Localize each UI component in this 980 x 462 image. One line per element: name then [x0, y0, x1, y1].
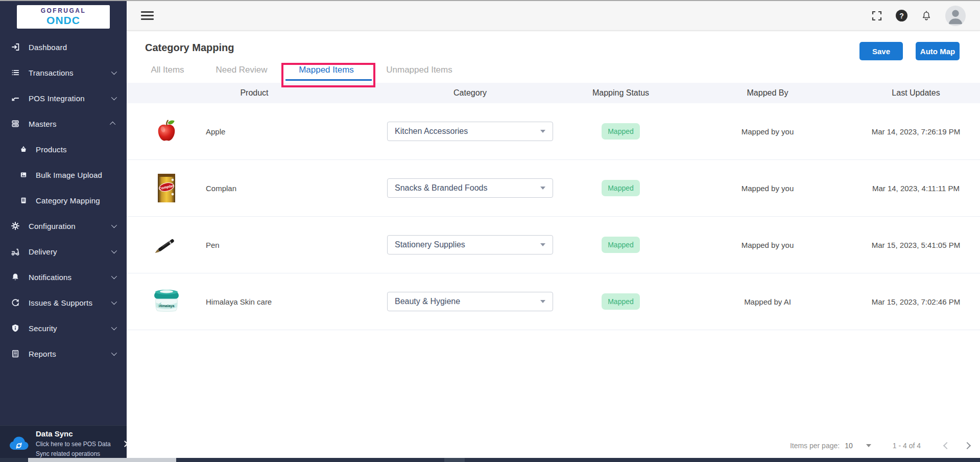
issues-supports-icon [10, 298, 20, 307]
sidebar-item-label: Bulk Image Upload [36, 171, 102, 179]
column-header-mapped-by: Mapped By [683, 88, 852, 98]
page-next-icon[interactable] [964, 442, 971, 449]
logo-text-gofrugal: GOFRUGAL [41, 8, 86, 14]
save-button[interactable]: Save [859, 42, 903, 60]
app-window: GOFRUGAL ONDC Dashboard Transactions [0, 0, 980, 462]
last-update: Mar 14, 2023, 7:26:19 PM [852, 127, 980, 136]
scrollbar-marker [444, 458, 465, 462]
reports-icon [10, 349, 20, 358]
items-per-page-label: Items per page: [790, 442, 840, 450]
sidebar-item-label: Issues & Supports [29, 298, 92, 307]
scrollbar-thumb[interactable] [28, 458, 176, 462]
horizontal-scrollbar[interactable] [0, 458, 980, 462]
sidebar-item-dashboard[interactable]: Dashboard [0, 34, 127, 60]
table-row: Complan Complan Snacks & Branded Foods M… [127, 160, 980, 217]
sidebar-item-configuration[interactable]: Configuration [0, 213, 127, 239]
mapped-by: Mapped by you [683, 241, 852, 249]
sidebar-item-security[interactable]: Security [0, 315, 127, 341]
data-sync-description: Click here to see POS Data Sync related … [36, 440, 123, 458]
sidebar-item-category-mapping[interactable]: Category Mapping [0, 188, 127, 213]
sidebar-item-products[interactable]: Products [0, 136, 127, 162]
last-update: Mar 14, 2023, 4:11:11 PM [852, 184, 980, 193]
sidebar-item-transactions[interactable]: Transactions [0, 60, 127, 85]
category-dropdown[interactable]: Snacks & Branded Foods [387, 178, 553, 198]
table-row: Apple Kitchen Accessories Mapped Mapped … [127, 103, 980, 160]
status-cell: Mapped [558, 180, 683, 196]
product-name: Pen [206, 241, 382, 249]
bell-icon[interactable] [921, 10, 932, 21]
product-name: Apple [206, 127, 382, 136]
data-sync-panel[interactable]: Data Sync Click here to see POS Data Syn… [0, 425, 127, 462]
data-sync-text: Data Sync Click here to see POS Data Syn… [36, 429, 123, 458]
avatar[interactable] [945, 6, 966, 26]
chevron-up-icon [110, 122, 115, 127]
category-mapping-icon [18, 196, 29, 204]
product-name: Himalaya Skin care [206, 297, 382, 306]
dropdown-caret-icon [540, 243, 545, 246]
table-row: Pen Stationery Supplies Mapped Mapped by… [127, 217, 980, 273]
category-dropdown[interactable]: Kitchen Accessories [387, 122, 553, 141]
tab-mapped-items[interactable]: Mapped Items [299, 63, 354, 77]
sidebar-item-label: Security [29, 324, 57, 333]
category-cell: Beauty & Hygiene [382, 292, 558, 311]
sidebar-item-label: Dashboard [29, 43, 67, 52]
sidebar-menu: Dashboard Transactions POS Integration [0, 34, 127, 366]
sidebar-item-label: Delivery [29, 247, 57, 256]
mapped-by: Mapped by you [683, 127, 852, 136]
tab-unmapped-items[interactable]: Unmapped Items [386, 63, 452, 77]
window-top-edge [0, 0, 980, 1]
hamburger-icon[interactable] [141, 11, 154, 20]
security-shield-icon [10, 324, 20, 333]
main-content: Category Mapping Save Auto Map All Items… [127, 31, 980, 462]
category-cell: Stationery Supplies [382, 235, 558, 255]
category-dropdown-value: Snacks & Branded Foods [395, 183, 487, 193]
product-name: Complan [206, 184, 382, 193]
help-icon[interactable]: ? [896, 10, 907, 21]
category-dropdown[interactable]: Beauty & Hygiene [387, 292, 553, 311]
pagination: Items per page: 10 1 - 4 of 4 [790, 437, 970, 454]
items-per-page-caret-icon[interactable] [866, 444, 871, 447]
sidebar-item-bulk-image-upload[interactable]: Bulk Image Upload [0, 162, 127, 188]
sidebar-item-delivery[interactable]: Delivery [0, 239, 127, 264]
items-per-page-value[interactable]: 10 [845, 442, 853, 450]
table-body: Apple Kitchen Accessories Mapped Mapped … [127, 103, 980, 330]
fullscreen-icon[interactable] [871, 10, 882, 21]
status-cell: Mapped [558, 237, 683, 253]
dropdown-caret-icon [540, 300, 545, 303]
logo-text-ondc: ONDC [46, 14, 80, 26]
sidebar-item-label: Category Mapping [36, 196, 100, 205]
pos-integration-icon [10, 94, 20, 103]
chevron-down-icon [111, 273, 117, 279]
tab-all-items[interactable]: All Items [151, 63, 184, 77]
column-header-product: Product [127, 88, 382, 98]
category-dropdown-value: Beauty & Hygiene [395, 297, 460, 306]
category-cell: Snacks & Branded Foods [382, 178, 558, 198]
page-prev-icon[interactable] [943, 442, 950, 449]
sidebar-item-label: Reports [29, 350, 56, 358]
category-dropdown[interactable]: Stationery Supplies [387, 235, 553, 255]
sidebar-item-reports[interactable]: Reports [0, 341, 127, 366]
gofrugal-ondc-logo: GOFRUGAL ONDC [17, 5, 110, 29]
chevron-down-icon [111, 350, 117, 356]
status-badge: Mapped [602, 180, 640, 196]
column-header-last-updates: Last Updates [852, 88, 980, 98]
sidebar-item-label: POS Integration [29, 94, 85, 103]
category-cell: Kitchen Accessories [382, 122, 558, 141]
dashboard-icon [10, 42, 20, 52]
sidebar-item-notifications[interactable]: Notifications [0, 264, 127, 290]
sidebar-item-issues-supports[interactable]: Issues & Supports [0, 290, 127, 315]
topbar: ? [127, 1, 980, 31]
last-update: Mar 15, 2023, 5:41:05 PM [852, 241, 980, 249]
auto-map-button[interactable]: Auto Map [916, 42, 960, 60]
topbar-icons: ? [871, 6, 966, 26]
chevron-down-icon [111, 299, 117, 305]
sidebar-item-pos-integration[interactable]: POS Integration [0, 85, 127, 111]
product-image-apple [127, 115, 206, 147]
tab-need-review[interactable]: Need Review [216, 63, 267, 77]
product-image-complan: Complan [127, 172, 206, 204]
sidebar-item-masters[interactable]: Masters [0, 111, 127, 136]
chevron-down-icon [111, 222, 117, 228]
sidebar: GOFRUGAL ONDC Dashboard Transactions [0, 0, 127, 462]
masters-icon [10, 119, 20, 128]
status-cell: Mapped [558, 123, 683, 140]
